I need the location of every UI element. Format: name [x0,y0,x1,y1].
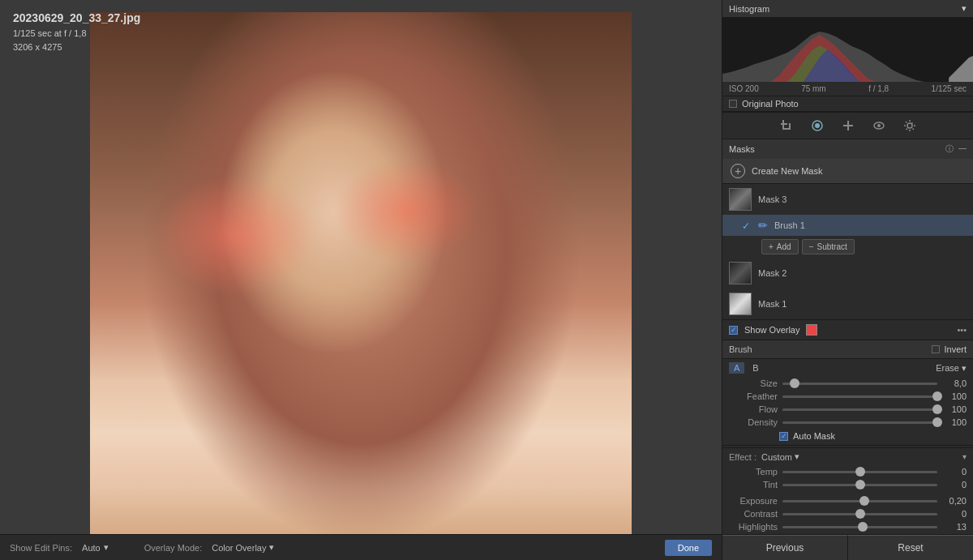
original-photo-checkbox[interactable] [729,100,737,108]
settings-tool-icon[interactable] [901,117,919,135]
size-label: Size [729,378,778,388]
density-slider[interactable] [782,421,937,424]
effect-label: Effect : [729,452,757,462]
temp-label: Temp [729,467,778,477]
effect-chevron-icon: ▾ [795,451,799,462]
exposure-label: Exposure [729,496,778,506]
histogram-section: Histogram ▾ ISO 200 [722,0,973,113]
aperture-value: f / 1,8 [868,84,889,93]
photo-blush-left [155,174,317,296]
svg-point-12 [877,124,881,127]
redeye-tool-icon[interactable] [870,117,888,135]
mask-1-item[interactable]: Mask 1 [722,289,973,319]
tool-icons-row [722,113,973,139]
brush-section-header: Brush Invert [722,340,973,359]
flow-slider[interactable] [782,408,937,411]
tint-slider[interactable] [782,484,937,486]
invert-checkbox[interactable] [932,345,940,353]
mask-2-item[interactable]: Mask 2 [722,258,973,289]
create-new-mask-button[interactable]: + Create New Mask [722,159,973,184]
exposure-slider[interactable] [782,500,937,502]
done-button[interactable]: Done [665,540,712,556]
effect-collapse-icon[interactable]: ▾ [962,452,967,461]
photo-container [90,12,632,535]
mask-1-thumb [729,293,752,315]
photo-info: 20230629_20_33_27.jpg 1/125 sec at f / 1… [13,10,140,53]
size-slider[interactable] [782,383,937,385]
contrast-value: 0 [942,509,967,519]
density-value: 100 [942,417,967,427]
previous-button[interactable]: Previous [722,535,848,560]
brush-1-item[interactable]: ✓ ✏ Brush 1 [722,215,973,236]
show-edit-pins-dropdown[interactable]: Auto ▾ [82,542,109,553]
main-area: 20230629_20_33_27.jpg 1/125 sec at f / 1… [0,0,973,534]
automask-checkbox[interactable]: ✓ [779,432,788,441]
erase-dropdown[interactable]: Erase ▾ [936,363,967,374]
feather-slider[interactable] [782,395,937,398]
density-slider-row: Density 100 [722,416,973,429]
svg-rect-8 [781,123,787,125]
feather-value: 100 [942,391,967,401]
flow-label: Flow [729,404,778,414]
mask-1-label: Mask 1 [758,299,787,309]
subtract-button[interactable]: − Subtract [802,239,855,254]
histogram-collapse-icon[interactable]: ▾ [962,3,967,14]
mask-3-label: Mask 3 [758,195,787,204]
masks-header: Masks ⓘ — [722,139,973,159]
masks-panel: Masks ⓘ — + Create New Mask Mask 3 ✓ [722,139,973,340]
brush-section: Brush Invert A B Erase ▾ Size [722,340,973,534]
flow-value: 100 [942,404,967,414]
add-subtract-row: + Add − Subtract [722,236,973,258]
brush-effect-divider [722,445,973,446]
bottom-right-area: Previous Reset [722,535,973,560]
subtract-label: Subtract [817,242,847,251]
mask-tool-icon[interactable] [808,117,826,135]
show-overlay-label: Show Overlay [744,325,799,335]
effect-dropdown[interactable]: Custom ▾ [761,451,799,462]
size-slider-row: Size 8,0 [722,377,973,390]
add-button[interactable]: + Add [761,239,799,254]
reset-button[interactable]: Reset [848,535,973,560]
brush-1-icon: ✏ [758,219,768,232]
photo-area: 20230629_20_33_27.jpg 1/125 sec at f / 1… [0,0,722,534]
show-edit-pins-label: Show Edit Pins: [10,543,72,553]
original-photo-row: Original Photo [722,96,973,112]
svg-point-10 [815,123,820,128]
highlights-slider[interactable] [782,526,937,528]
brush-tab-a[interactable]: A [729,362,744,374]
overlay-mode-dropdown[interactable]: Color Overlay ▾ [212,542,274,553]
tint-value: 0 [942,480,967,489]
flow-slider-row: Flow 100 [722,403,973,416]
highlights-label: Highlights [729,522,778,532]
brush-tab-b[interactable]: B [748,362,763,374]
overlay-color-box[interactable] [806,324,817,336]
highlights-slider-row: Highlights 13 [722,520,973,533]
create-mask-label: Create New Mask [752,166,822,176]
crop-tool-icon[interactable] [778,117,795,135]
masks-close-icon[interactable]: — [958,143,967,155]
erase-chevron-icon: ▾ [962,363,967,374]
iso-value: ISO 200 [729,84,759,93]
temp-slider-row: Temp 0 [722,465,973,478]
masks-header-icons: ⓘ — [945,143,967,155]
brush-tabs: A B Erase ▾ [722,359,973,377]
exposure-slider-row: Exposure 0,20 [722,494,973,507]
show-edit-pins-chevron-icon: ▾ [104,542,109,553]
heal-tool-icon[interactable] [839,117,857,135]
overlay-mode-chevron-icon: ▾ [269,542,274,553]
exposure-value: 0,20 [942,496,967,506]
mask-2-thumb [729,262,752,284]
show-edit-pins-value: Auto [82,543,101,553]
overlay-dots-button[interactable]: ••• [957,325,967,335]
add-icon: + [769,242,774,251]
tint-slider-row: Tint 0 [722,478,973,491]
erase-label: Erase [936,363,959,373]
show-overlay-checkbox[interactable]: ✓ [729,326,738,335]
mask-3-item[interactable]: Mask 3 [722,184,973,215]
temp-slider[interactable] [782,471,937,473]
masks-info-icon[interactable]: ⓘ [945,143,954,155]
contrast-slider[interactable] [782,513,937,515]
effect-value: Custom [761,452,792,462]
feather-label: Feather [729,391,778,401]
focal-value: 75 mm [801,84,826,93]
